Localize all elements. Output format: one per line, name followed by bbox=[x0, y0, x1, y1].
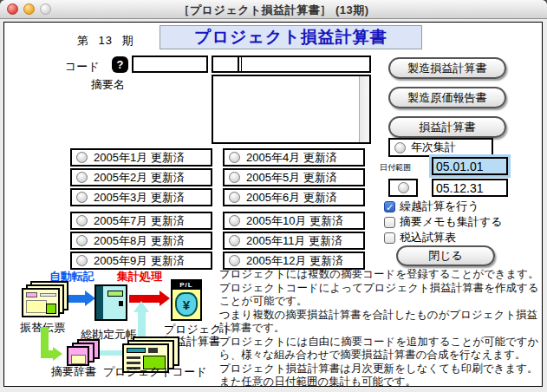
radio-icon[interactable] bbox=[229, 255, 240, 266]
tax-included-checkbox-row[interactable]: 税込試算表 bbox=[384, 230, 456, 245]
date-from-input[interactable] bbox=[432, 157, 508, 175]
radio-icon[interactable] bbox=[76, 215, 88, 226]
month-option-jun[interactable]: 2005年6月 更新済 bbox=[223, 188, 365, 206]
month-label: 2005年7月 更新済 bbox=[94, 213, 185, 229]
textarea-scrollbar[interactable] bbox=[359, 76, 369, 142]
month-option-mar[interactable]: 2005年3月 更新済 bbox=[70, 188, 212, 206]
code-label: コード bbox=[65, 59, 100, 75]
transfer-slip-icon bbox=[22, 281, 68, 319]
date-to-input[interactable] bbox=[432, 179, 508, 197]
month-option-apr[interactable]: 2005年4月 更新済 bbox=[223, 148, 365, 167]
radio-icon[interactable] bbox=[76, 235, 88, 246]
month-label: 2005年6月 更新済 bbox=[246, 190, 337, 206]
annual-aggregate-label: 年次集計 bbox=[411, 140, 456, 155]
yen-bag-icon: ¥ bbox=[175, 292, 198, 317]
tax-included-label: 税込試算表 bbox=[400, 230, 456, 245]
month-label: 2005年10月 更新済 bbox=[246, 213, 343, 229]
general-ledger-icon bbox=[94, 284, 127, 321]
summary-name-box bbox=[212, 75, 371, 144]
cyan-up-arrow bbox=[138, 312, 146, 336]
carryover-checkbox-row[interactable]: ✓ 繰越計算を行う bbox=[384, 199, 479, 214]
project-code-label: プロジェクトコード bbox=[103, 364, 206, 380]
summary-name-textarea[interactable] bbox=[213, 76, 360, 142]
summary-dictionary-label: 摘要辞書 bbox=[51, 364, 96, 380]
checkbox-icon[interactable] bbox=[384, 217, 395, 228]
cyan-connector-line bbox=[100, 350, 124, 356]
month-label: 2005年4月 更新済 bbox=[246, 150, 337, 166]
date-range-label: 日付範囲 bbox=[380, 162, 411, 173]
radio-icon[interactable] bbox=[76, 192, 88, 203]
green-arrow-head bbox=[53, 347, 62, 361]
text-caret bbox=[241, 56, 242, 71]
radio-icon[interactable] bbox=[76, 172, 88, 183]
summary-label: 摘要名 bbox=[91, 77, 125, 93]
month-option-sep[interactable]: 2005年9月 更新済 bbox=[70, 252, 212, 270]
month-option-nov[interactable]: 2005年11月 更新済 bbox=[223, 232, 365, 250]
annual-aggregate-option[interactable]: 年次集計 bbox=[388, 138, 493, 157]
manufacturing-cost-report-button[interactable]: 製造原価報告書 bbox=[388, 87, 506, 108]
month-label: 2005年11月 更新済 bbox=[246, 233, 342, 249]
checkbox-checked-icon[interactable]: ✓ bbox=[384, 201, 395, 212]
code-name-field[interactable] bbox=[212, 56, 371, 73]
month-option-oct[interactable]: 2005年10月 更新済 bbox=[223, 212, 365, 230]
code-input[interactable] bbox=[132, 56, 208, 73]
green-arrow bbox=[41, 350, 53, 358]
month-option-may[interactable]: 2005年5月 更新済 bbox=[223, 168, 365, 186]
radio-icon[interactable] bbox=[229, 172, 240, 183]
main-panel: 第 13 期 プロジェクト損益計算書 コード ? 摘要名 製造損益計算書 製造原… bbox=[3, 22, 543, 387]
month-option-dec[interactable]: 2005年12月 更新済 bbox=[223, 252, 365, 270]
month-option-jan[interactable]: 2005年1月 更新済 bbox=[70, 148, 212, 167]
title-bar[interactable]: ［プロジェクト損益計算書］ (13期) bbox=[0, 0, 547, 19]
cyan-up-arrow-head bbox=[133, 301, 149, 312]
month-label: 2005年2月 更新済 bbox=[94, 170, 185, 186]
radio-icon[interactable] bbox=[229, 152, 240, 163]
month-label: 2005年3月 更新済 bbox=[94, 190, 185, 206]
month-label: 2005年5月 更新済 bbox=[246, 170, 337, 186]
blue-arrow bbox=[68, 295, 85, 303]
month-option-jul[interactable]: 2005年7月 更新済 bbox=[70, 212, 212, 230]
red-arrow-head bbox=[160, 291, 170, 306]
pl-statement-button[interactable]: 損益計算書 bbox=[388, 116, 506, 138]
radio-icon[interactable] bbox=[229, 235, 240, 246]
checkbox-icon[interactable] bbox=[384, 232, 395, 244]
month-option-aug[interactable]: 2005年8月 更新済 bbox=[70, 232, 212, 250]
month-label: 2005年9月 更新済 bbox=[94, 253, 185, 269]
summary-memo-label: 摘要メモも集計する bbox=[400, 214, 503, 230]
radio-icon[interactable] bbox=[76, 152, 88, 163]
radio-icon[interactable] bbox=[394, 142, 406, 154]
profit-loss-bag-icon: P/L ¥ bbox=[171, 279, 202, 321]
close-button[interactable]: 閉じる bbox=[396, 245, 495, 266]
manufacturing-pl-button[interactable]: 製造損益計算書 bbox=[388, 57, 506, 79]
carryover-label: 繰越計算を行う bbox=[400, 199, 479, 214]
month-label: 2005年8月 更新済 bbox=[94, 233, 185, 249]
aggregate-process-label: 集計処理 bbox=[117, 269, 162, 284]
description-text: プロジェクトには複数の摘要コードを登録することができます。 プロジェクトコードに… bbox=[219, 268, 541, 389]
month-label: 2005年1月 更新済 bbox=[94, 150, 185, 166]
pl-badge: P/L bbox=[173, 281, 200, 290]
radio-icon[interactable] bbox=[76, 255, 88, 266]
month-label: 2005年12月 更新済 bbox=[246, 253, 343, 269]
summary-memo-checkbox-row[interactable]: 摘要メモも集計する bbox=[384, 214, 503, 230]
radio-icon[interactable] bbox=[398, 182, 409, 193]
date-range-option[interactable] bbox=[388, 179, 418, 197]
month-option-feb[interactable]: 2005年2月 更新済 bbox=[70, 168, 212, 186]
page-title: プロジェクト損益計算書 bbox=[160, 25, 422, 49]
fiscal-period-label: 第 13 期 bbox=[77, 33, 134, 49]
app-window: ［プロジェクト損益計算書］ (13期) 第 13 期 プロジェクト損益計算書 コ… bbox=[0, 0, 547, 392]
radio-icon[interactable] bbox=[229, 215, 240, 226]
radio-icon[interactable] bbox=[229, 192, 240, 203]
window-title: ［プロジェクト損益計算書］ (13期) bbox=[0, 3, 547, 18]
field-divider bbox=[238, 57, 239, 71]
help-icon[interactable]: ? bbox=[112, 56, 128, 73]
